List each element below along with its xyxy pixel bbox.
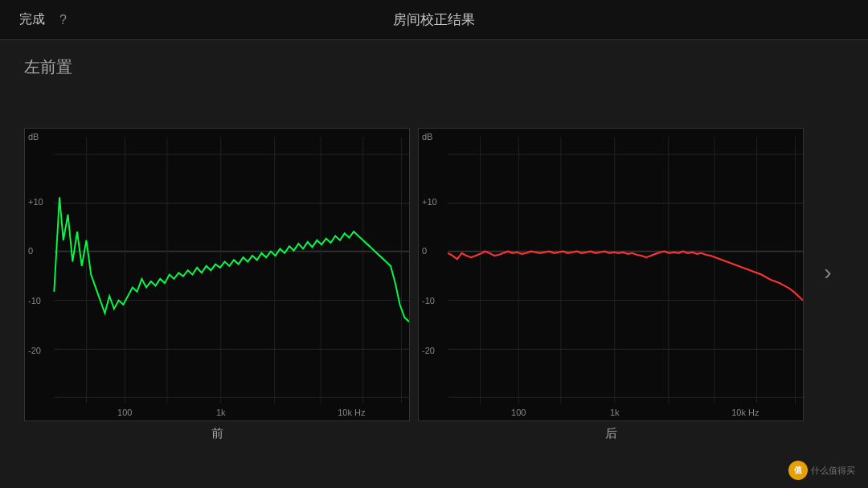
help-button[interactable]: ? — [59, 13, 67, 27]
watermark: 值 什么值得买 — [788, 461, 855, 480]
page-title: 房间校正结果 — [393, 10, 475, 29]
chart-right-x-100: 100 — [511, 408, 526, 417]
chart-left-footer: 前 — [24, 426, 410, 441]
chart-left-y-minus10: -10 — [28, 296, 41, 306]
header-left: 完成 ? — [19, 11, 67, 28]
chart-right-y-0: 0 — [422, 246, 427, 256]
header: 完成 ? 房间校正结果 — [0, 0, 868, 40]
chart-right-y-plus10: +10 — [422, 197, 437, 207]
chart-right-y-minus20: -20 — [422, 346, 435, 355]
done-button[interactable]: 完成 — [19, 11, 45, 28]
chart-left-x-100: 100 — [117, 408, 132, 417]
charts-row: dB +10 0 -10 -20 100 1k 10k Hz 前 — [24, 89, 844, 480]
watermark-text: 什么值得买 — [811, 465, 855, 477]
chart-right-grid — [419, 129, 803, 420]
chart-right-x-1k: 1k — [610, 408, 620, 417]
chart-right-y-minus10: -10 — [422, 296, 435, 306]
chart-left-x-1k: 1k — [216, 408, 226, 417]
chart-left-wrapper: dB +10 0 -10 -20 100 1k 10k Hz 前 — [24, 128, 410, 441]
chart-left-grid — [25, 129, 409, 420]
chart-right-y-unit: dB — [422, 132, 432, 141]
chart-right-footer: 后 — [418, 426, 804, 441]
chevron-right-icon: › — [824, 260, 831, 285]
chart-left-y-plus10: +10 — [28, 197, 43, 207]
chart-right-x-10k: 10k Hz — [731, 408, 759, 417]
chart-left-y-0: 0 — [28, 246, 33, 256]
chart-left-y-minus20: -20 — [28, 346, 41, 355]
next-arrow-button[interactable]: › — [812, 260, 844, 285]
main-content: 左前置 — [0, 40, 868, 488]
chart-left: dB +10 0 -10 -20 100 1k 10k Hz — [24, 128, 410, 421]
section-title: 左前置 — [24, 56, 844, 78]
chart-left-y-unit: dB — [28, 132, 39, 141]
watermark-logo: 值 — [788, 461, 808, 480]
chart-right-wrapper: dB +10 0 -10 -20 100 1k 10k Hz 后 — [418, 128, 804, 441]
chart-right: dB +10 0 -10 -20 100 1k 10k Hz — [418, 128, 804, 421]
chart-left-x-10k: 10k Hz — [338, 408, 365, 417]
